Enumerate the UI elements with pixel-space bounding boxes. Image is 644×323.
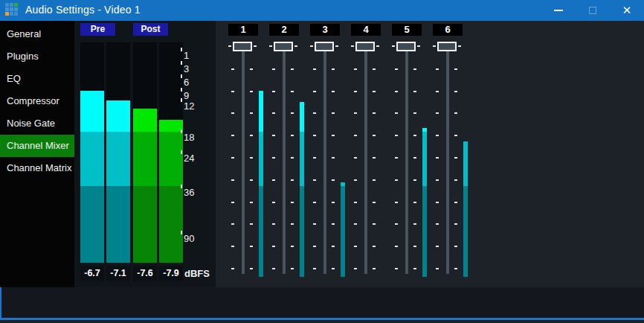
- scale-label-24: 24: [184, 153, 194, 164]
- slider-tick: [250, 135, 253, 136]
- slider-tick: [413, 223, 416, 225]
- channel-4-track[interactable]: [364, 48, 367, 274]
- slider-tick: [250, 91, 253, 92]
- slider-tick: [231, 223, 234, 225]
- handle-dash-right-1: [254, 45, 257, 47]
- channel-2-level-meter: [300, 132, 304, 186]
- slider-tick: [373, 179, 376, 181]
- scale-tick-6: [181, 74, 182, 78]
- slider-tick: [436, 179, 439, 181]
- scale-tick-90: [181, 231, 182, 234]
- slider-tick: [313, 91, 316, 92]
- minimize-button[interactable]: [541, 0, 576, 21]
- channel-1-level-meter: [259, 186, 263, 277]
- slider-tick: [291, 179, 294, 181]
- channel-5-slider-handle[interactable]: [396, 42, 416, 51]
- slider-tick: [313, 246, 316, 247]
- handle-dash-left-2: [269, 45, 272, 47]
- slider-tick: [332, 179, 335, 181]
- handle-dash-left-5: [392, 45, 395, 47]
- slider-tick: [454, 157, 457, 159]
- slider-tick: [272, 223, 275, 225]
- channel-2-slider-handle[interactable]: [274, 42, 293, 51]
- channel-3-track[interactable]: [323, 48, 326, 274]
- meter-group-label-post: Post: [133, 23, 168, 36]
- scale-label-12: 12: [184, 100, 194, 112]
- audio-settings-window: Audio Settings - Video 1 ✕ GeneralPlugin…: [0, 0, 644, 323]
- handle-dash-left-4: [351, 45, 354, 47]
- channel-4-slider-handle[interactable]: [355, 42, 375, 51]
- slider-tick: [272, 179, 275, 181]
- slider-tick: [454, 179, 457, 181]
- channel-2-track[interactable]: [283, 48, 286, 274]
- handle-dash-left-6: [433, 45, 436, 47]
- scale-label-36: 36: [184, 187, 194, 198]
- meter-panel: Pre-6.7-7.1Post-7.6-7.913691218243690dBF…: [74, 21, 216, 287]
- channel-5-level-meter: [422, 132, 427, 186]
- slider-tick: [413, 91, 416, 92]
- slider-tick: [354, 246, 357, 247]
- scale-label-1: 1: [184, 50, 189, 61]
- slider-tick: [413, 68, 416, 70]
- slider-tick: [313, 135, 316, 136]
- close-window-button[interactable]: ✕: [610, 0, 644, 21]
- sidebar-item-channel-matrix[interactable]: Channel Matrix: [0, 157, 74, 179]
- title-bar[interactable]: Audio Settings - Video 1 ✕: [0, 0, 644, 21]
- slider-tick: [332, 112, 335, 114]
- channel-4-header: 4: [351, 24, 381, 36]
- slider-tick: [250, 112, 253, 114]
- slider-tick: [313, 223, 316, 225]
- sidebar-item-channel-mixer[interactable]: Channel Mixer: [0, 135, 74, 157]
- slider-tick: [395, 179, 398, 181]
- slider-tick: [291, 68, 294, 70]
- settings-sidebar: GeneralPluginsEQCompressorNoise GateChan…: [0, 21, 74, 287]
- slider-tick: [454, 246, 457, 247]
- sidebar-item-eq[interactable]: EQ: [0, 68, 74, 90]
- slider-tick: [291, 91, 294, 92]
- close-icon: ✕: [622, 4, 632, 17]
- sidebar-item-plugins[interactable]: Plugins: [0, 45, 74, 68]
- slider-tick: [373, 246, 376, 247]
- meter-fill-post-0: [133, 132, 157, 186]
- slider-tick: [454, 202, 457, 203]
- sidebar-item-compressor[interactable]: Compressor: [0, 90, 74, 112]
- slider-tick: [291, 112, 294, 114]
- slider-tick: [231, 157, 234, 159]
- logo-square-3: [5, 7, 9, 11]
- channel-3-slider-handle[interactable]: [315, 42, 334, 51]
- slider-tick: [231, 246, 234, 247]
- meter-fill-pre-1: [106, 100, 130, 132]
- slider-tick: [332, 135, 335, 136]
- slider-tick: [413, 268, 416, 269]
- slider-tick: [272, 112, 275, 114]
- channel-5-track[interactable]: [405, 48, 408, 274]
- channel-6-track[interactable]: [446, 48, 449, 274]
- maximize-icon: [589, 7, 596, 14]
- sidebar-item-noise-gate[interactable]: Noise Gate: [0, 112, 74, 135]
- slider-tick: [354, 202, 357, 203]
- footer-bar: Close: [0, 287, 644, 318]
- slider-tick: [250, 268, 253, 269]
- meter-fill-post-0: [133, 109, 157, 132]
- scale-tick-1: [181, 48, 182, 51]
- sidebar-item-general[interactable]: General: [0, 23, 74, 45]
- window-title: Audio Settings - Video 1: [25, 4, 141, 16]
- channel-1-track[interactable]: [242, 48, 245, 274]
- slider-tick: [250, 157, 253, 159]
- meter-fill-pre-1: [106, 186, 130, 263]
- meter-value-post-0: -7.6: [133, 266, 157, 281]
- meter-fill-pre-0: [80, 132, 104, 186]
- channel-6-slider-handle[interactable]: [437, 42, 457, 51]
- slider-tick: [373, 112, 376, 114]
- slider-tick: [332, 157, 335, 159]
- slider-tick: [413, 202, 416, 203]
- slider-tick: [395, 202, 398, 203]
- slider-tick: [373, 157, 376, 159]
- scale-tick-3: [181, 61, 182, 65]
- channel-1-slider-handle[interactable]: [233, 42, 252, 51]
- channel-1-level-meter: [259, 132, 263, 186]
- dbfs-unit-label: dBFS: [184, 268, 210, 279]
- slider-tick: [291, 246, 294, 247]
- scale-label-90: 90: [184, 233, 194, 244]
- logo-square-5: [14, 7, 18, 11]
